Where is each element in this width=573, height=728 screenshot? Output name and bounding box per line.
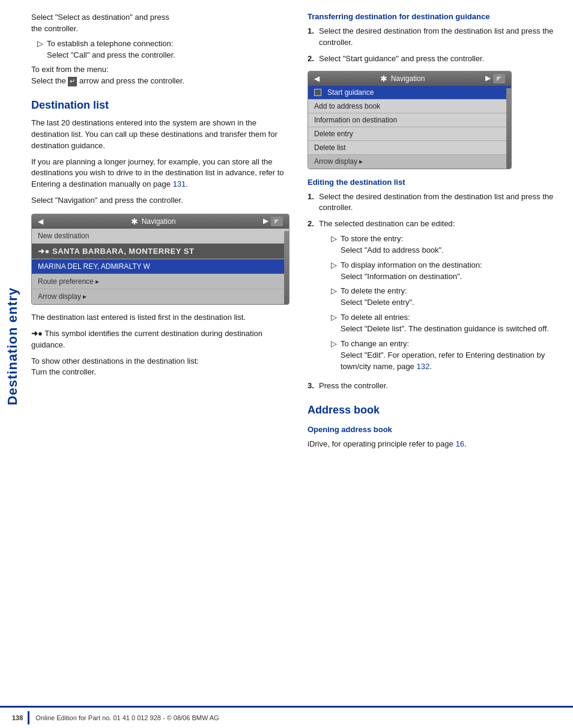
nav-item-arrow-display-left[interactable]: Arrow display ▸ (32, 289, 289, 304)
symbol-desc: ➜● This symbol identifies the current de… (31, 328, 290, 351)
destination-list-heading: Destination list (31, 99, 290, 112)
nav-item-marina[interactable]: MARINA DEL REY, ADMIRALTY W (32, 259, 289, 274)
navigation-ui-right: ◀ ✱ Navigation ▶ ◤ Start guidance Add to (308, 71, 512, 169)
footer-text: Online Edition for Part no. 01 41 0 012 … (35, 714, 219, 721)
nav-header-left: ◀ ✱ Navigation ▶ ◤ (32, 214, 289, 229)
subbullet-arrow-5: ▷ (331, 338, 337, 373)
subbullet-arrow-1: ▷ (331, 233, 337, 256)
transfer-step-2: 2. Select "Start guidance" and press the… (308, 53, 572, 65)
dest-symbol-icon: ➜● (38, 247, 50, 256)
nav-item-info-dest[interactable]: Information on destination (308, 113, 511, 127)
footer: 138 Online Edition for Part no. 01 41 0 … (0, 706, 573, 728)
nav-star-icon-right: ✱ (380, 74, 387, 83)
editing-step-2: 2. The selected destination can be edite… (308, 218, 572, 376)
sidebar-label: Destination entry (5, 287, 20, 405)
dest-first-text: The destination last entered is listed f… (31, 312, 290, 323)
editing-heading: Editing the destination list (308, 178, 572, 187)
nav-header-title: Navigation (142, 217, 176, 226)
page-131-link[interactable]: 131 (173, 179, 186, 188)
address-book-heading: Address book (308, 404, 572, 417)
bullet-arrow-icon: ▷ (37, 38, 43, 61)
nav-item-new-dest[interactable]: New destination (32, 229, 289, 244)
transfer-steps-list: 1. Select the desired destination from t… (308, 26, 572, 65)
nav-corner-icon: ◤ (271, 217, 283, 226)
show-other-text: To show other destinations in the destin… (31, 356, 290, 379)
nav-scrollbar-left (284, 231, 289, 304)
nav-item-delete-list[interactable]: Delete list (308, 141, 511, 155)
exit-menu-text: To exit from the menu: Select the ↵ arro… (31, 64, 290, 87)
bullet-telephone: ▷ To establish a telephone connection: S… (37, 38, 290, 61)
subbullet-arrow-3: ▷ (331, 286, 337, 308)
opening-address-book-heading: Opening address book (308, 425, 572, 434)
select-nav-text: Select "Navigation" and press the contro… (31, 195, 290, 206)
subbullet-delete-entry: ▷ To delete the entry: Select "Delete en… (331, 286, 572, 308)
subbullet-arrow-4: ▷ (331, 312, 337, 335)
page-number: 138 (12, 714, 23, 721)
subbullet-change-entry: ▷ To change an entry: Select "Edit". For… (331, 338, 572, 373)
dest-list-para1: The last 20 destinations entered into th… (31, 118, 290, 152)
nav-scrollbar-right (506, 88, 511, 169)
nav-left-arrow: ◀ (38, 217, 43, 226)
dest-symbol-display: ➜● (31, 329, 43, 338)
main-content: Select "Select as destination" and press… (25, 0, 573, 692)
dest-list-para2: If you are planning a longer journey, fo… (31, 157, 290, 191)
footer-bar (28, 711, 29, 724)
nav-left-arrow-right: ◀ (314, 74, 320, 83)
editing-step-1: 1. Select the desired destination from t… (308, 191, 572, 214)
nav-header-title-right: Navigation (391, 74, 425, 83)
transfer-heading: Transferring destination for destination… (308, 12, 572, 21)
page-132-link[interactable]: 132 (416, 362, 429, 371)
page-16-link[interactable]: 16 (455, 439, 464, 448)
nav-star-icon: ✱ (131, 217, 138, 226)
nav-right-arrow: ▶ (263, 217, 268, 226)
nav-header-right: ◀ ✱ Navigation ▶ ◤ (308, 71, 511, 86)
right-column: Transferring destination for destination… (302, 0, 573, 692)
intro-line1: Select "Select as destination" and press… (31, 12, 290, 35)
subbullet-display-info: ▷ To display information on the destinat… (331, 260, 572, 283)
subbullet-store: ▷ To store the entry: Select "Add to add… (331, 233, 572, 256)
checkbox-icon (314, 89, 321, 96)
nav-item-route-pref[interactable]: Route preference ▸ (32, 274, 289, 289)
sidebar: Destination entry (0, 0, 25, 692)
nav-right-arrow-right: ▶ (485, 74, 491, 83)
editing-steps-list: 1. Select the desired destination from t… (308, 191, 572, 393)
navigation-ui-left: ◀ ✱ Navigation ▶ ◤ New destination ➜● SA… (31, 214, 290, 305)
back-arrow-icon: ↵ (68, 77, 77, 86)
editing-step-3: 3. Press the controller. (308, 381, 572, 392)
subbullet-arrow-2: ▷ (331, 260, 337, 283)
left-column: Select "Select as destination" and press… (25, 0, 302, 692)
transfer-step-1: 1. Select the desired destination from t… (308, 26, 572, 49)
subbullet-delete-all: ▷ To delete all entries: Select "Delete … (331, 312, 572, 335)
nav-corner-icon-right: ◤ (493, 74, 505, 83)
nav-item-delete-entry[interactable]: Delete entry (308, 127, 511, 141)
nav-item-start-guidance[interactable]: Start guidance (308, 86, 511, 100)
nav-item-arrow-display-right[interactable]: Arrow display ▸ (308, 155, 511, 169)
opening-address-book-text: iDrive, for operating principle refer to… (308, 439, 572, 450)
nav-item-santa-barbara[interactable]: ➜● SANTA BARBARA, MONTERREY ST (32, 244, 289, 259)
nav-item-add-address[interactable]: Add to address book (308, 100, 511, 113)
